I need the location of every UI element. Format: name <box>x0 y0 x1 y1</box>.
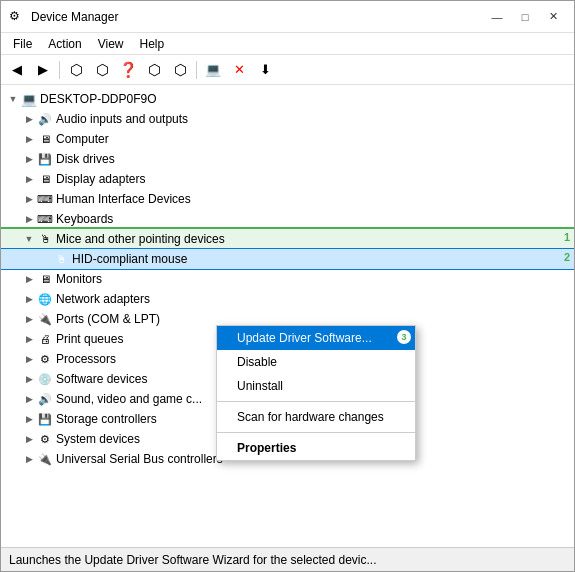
expand-icon-computer[interactable]: ▶ <box>21 131 37 147</box>
expand-icon-disk[interactable]: ▶ <box>21 151 37 167</box>
context-menu: Update Driver Software... 3 Disable Unin… <box>216 325 416 461</box>
context-menu-disable[interactable]: Disable <box>217 350 415 374</box>
item-icon-software: 💿 <box>37 371 53 387</box>
toolbar-update[interactable]: ⬡ <box>142 59 166 81</box>
tree-label-sound: Sound, video and game c... <box>53 392 202 406</box>
toolbar-computer[interactable]: 💻 <box>201 59 225 81</box>
expand-icon-print[interactable]: ▶ <box>21 331 37 347</box>
tree-label-software: Software devices <box>53 372 147 386</box>
item-icon-usb: 🔌 <box>37 451 53 467</box>
item-icon-disk: 💾 <box>37 151 53 167</box>
tree-area[interactable]: ▼ 💻 DESKTOP-DDP0F9O ▶ 🔊 Audio inputs and… <box>1 85 574 547</box>
expand-icon-storage[interactable]: ▶ <box>21 411 37 427</box>
window-title: Device Manager <box>31 10 118 24</box>
tree-item-disk[interactable]: ▶ 💾 Disk drives <box>1 149 574 169</box>
expand-icon-display[interactable]: ▶ <box>21 171 37 187</box>
expand-icon-network[interactable]: ▶ <box>21 291 37 307</box>
device-manager-window: ⚙ Device Manager — □ ✕ File Action View … <box>0 0 575 572</box>
tree-item-root[interactable]: ▼ 💻 DESKTOP-DDP0F9O <box>1 89 574 109</box>
item-icon-network: 🌐 <box>37 291 53 307</box>
tree-item-hid[interactable]: ▶ ⌨ Human Interface Devices <box>1 189 574 209</box>
item-icon-ports: 🔌 <box>37 311 53 327</box>
annotation-2: 2 <box>564 251 570 263</box>
tree-item-hid-mouse[interactable]: ▶ 🖱 HID-compliant mouse 2 <box>1 249 574 269</box>
tree-label-keyboards: Keyboards <box>53 212 113 226</box>
expand-icon-mice[interactable]: ▼ <box>21 231 37 247</box>
expand-icon-sound[interactable]: ▶ <box>21 391 37 407</box>
item-icon-system: ⚙ <box>37 431 53 447</box>
expand-icon-software[interactable]: ▶ <box>21 371 37 387</box>
tree-label-usb: Universal Serial Bus controllers <box>53 452 223 466</box>
toolbar-separator-2 <box>196 61 197 79</box>
menu-action[interactable]: Action <box>40 35 89 52</box>
expand-icon-audio[interactable]: ▶ <box>21 111 37 127</box>
item-icon-storage: 💾 <box>37 411 53 427</box>
tree-label-audio: Audio inputs and outputs <box>53 112 188 126</box>
item-icon-display: 🖥 <box>37 171 53 187</box>
tree-label-root: DESKTOP-DDP0F9O <box>37 92 156 106</box>
annotation-1: 1 <box>564 231 570 243</box>
tree-item-keyboards[interactable]: ▶ ⌨ Keyboards <box>1 209 574 229</box>
item-icon-print: 🖨 <box>37 331 53 347</box>
menu-file[interactable]: File <box>5 35 40 52</box>
context-menu-scan[interactable]: Scan for hardware changes <box>217 405 415 429</box>
item-icon-processors: ⚙ <box>37 351 53 367</box>
minimize-button[interactable]: — <box>484 7 510 27</box>
toolbar-separator-1 <box>59 61 60 79</box>
toolbar-scan[interactable]: ⬡ <box>64 59 88 81</box>
toolbar-forward[interactable]: ▶ <box>31 59 55 81</box>
close-button[interactable]: ✕ <box>540 7 566 27</box>
tree-item-display[interactable]: ▶ 🖥 Display adapters <box>1 169 574 189</box>
tree-item-computer[interactable]: ▶ 🖥 Computer <box>1 129 574 149</box>
status-bar: Launches the Update Driver Software Wiza… <box>1 547 574 571</box>
item-icon-hid: ⌨ <box>37 191 53 207</box>
item-icon-monitors: 🖥 <box>37 271 53 287</box>
tree-label-disk: Disk drives <box>53 152 115 166</box>
menu-help[interactable]: Help <box>132 35 173 52</box>
expand-icon-usb[interactable]: ▶ <box>21 451 37 467</box>
item-icon-root: 💻 <box>21 91 37 107</box>
item-icon-computer: 🖥 <box>37 131 53 147</box>
tree-label-hid-mouse: HID-compliant mouse <box>69 252 187 266</box>
toolbar-back[interactable]: ◀ <box>5 59 29 81</box>
expand-icon-monitors[interactable]: ▶ <box>21 271 37 287</box>
toolbar-help[interactable]: ❓ <box>116 59 140 81</box>
tree-label-computer: Computer <box>53 132 109 146</box>
toolbar-remove[interactable]: ✕ <box>227 59 251 81</box>
title-bar-left: ⚙ Device Manager <box>9 9 118 25</box>
expand-icon-keyboards[interactable]: ▶ <box>21 211 37 227</box>
item-icon-keyboards: ⌨ <box>37 211 53 227</box>
expand-icon-root[interactable]: ▼ <box>5 91 21 107</box>
main-content: ▼ 💻 DESKTOP-DDP0F9O ▶ 🔊 Audio inputs and… <box>1 85 574 547</box>
expand-icon-system[interactable]: ▶ <box>21 431 37 447</box>
context-menu-sep-2 <box>217 432 415 433</box>
tree-label-ports: Ports (COM & LPT) <box>53 312 160 326</box>
title-bar: ⚙ Device Manager — □ ✕ <box>1 1 574 33</box>
tree-label-mice: Mice and other pointing devices <box>53 232 225 246</box>
tree-item-network[interactable]: ▶ 🌐 Network adapters <box>1 289 574 309</box>
tree-item-audio[interactable]: ▶ 🔊 Audio inputs and outputs <box>1 109 574 129</box>
tree-label-print: Print queues <box>53 332 123 346</box>
expand-icon-ports[interactable]: ▶ <box>21 311 37 327</box>
toolbar-device[interactable]: ⬡ <box>168 59 192 81</box>
maximize-button[interactable]: □ <box>512 7 538 27</box>
toolbar-properties[interactable]: ⬡ <box>90 59 114 81</box>
menu-view[interactable]: View <box>90 35 132 52</box>
tree-item-mice[interactable]: ▼ 🖱 Mice and other pointing devices 1 <box>1 229 574 249</box>
context-menu-update[interactable]: Update Driver Software... 3 <box>217 326 415 350</box>
tree-label-storage: Storage controllers <box>53 412 157 426</box>
menu-bar: File Action View Help <box>1 33 574 55</box>
tree-item-monitors[interactable]: ▶ 🖥 Monitors <box>1 269 574 289</box>
tree-label-network: Network adapters <box>53 292 150 306</box>
tree-label-monitors: Monitors <box>53 272 102 286</box>
app-icon: ⚙ <box>9 9 25 25</box>
expand-icon-processors[interactable]: ▶ <box>21 351 37 367</box>
toolbar-download[interactable]: ⬇ <box>253 59 277 81</box>
expand-icon-hid[interactable]: ▶ <box>21 191 37 207</box>
tree-label-hid: Human Interface Devices <box>53 192 191 206</box>
tree-label-processors: Processors <box>53 352 116 366</box>
context-menu-properties[interactable]: Properties <box>217 436 415 460</box>
context-menu-uninstall[interactable]: Uninstall <box>217 374 415 398</box>
context-menu-sep-1 <box>217 401 415 402</box>
tree-label-system: System devices <box>53 432 140 446</box>
